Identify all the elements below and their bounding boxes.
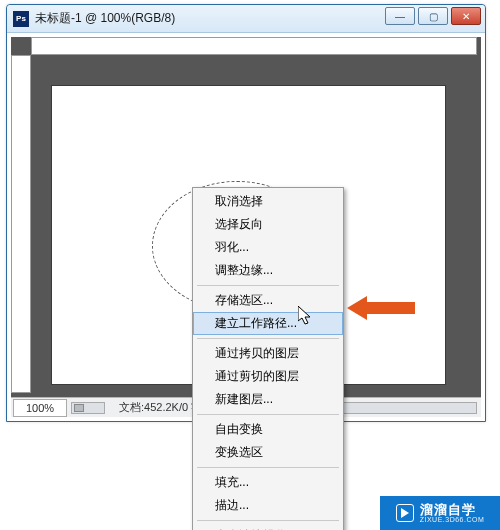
ruler-horizontal[interactable] (31, 37, 477, 55)
watermark-text: 溜溜自学 ZIXUE.3D66.COM (420, 503, 485, 523)
menu-separator (197, 520, 339, 521)
zoom-level[interactable]: 100% (13, 399, 67, 417)
menu-item[interactable]: 通过拷贝的图层 (193, 342, 343, 365)
close-button[interactable]: ✕ (451, 7, 481, 25)
menu-item[interactable]: 自由变换 (193, 418, 343, 441)
menu-item[interactable]: 羽化... (193, 236, 343, 259)
menu-separator (197, 414, 339, 415)
window-title: 未标题-1 @ 100%(RGB/8) (35, 10, 175, 27)
watermark-badge: 溜溜自学 ZIXUE.3D66.COM (380, 496, 500, 530)
menu-separator (197, 285, 339, 286)
svg-marker-1 (347, 296, 415, 320)
menu-item[interactable]: 取消选择 (193, 190, 343, 213)
menu-item[interactable]: 填充... (193, 471, 343, 494)
svg-marker-2 (401, 508, 409, 518)
watermark-cn: 溜溜自学 (420, 503, 485, 516)
menu-item[interactable]: 调整边缘... (193, 259, 343, 282)
menu-item[interactable]: 建立工作路径... (193, 312, 343, 335)
play-icon (396, 504, 414, 522)
menu-item[interactable]: 新建图层... (193, 388, 343, 411)
menu-separator (197, 467, 339, 468)
annotation-arrow-icon (347, 295, 417, 324)
menu-separator (197, 338, 339, 339)
menu-item: 上次滤镜操作 (193, 524, 343, 530)
menu-item[interactable]: 描边... (193, 494, 343, 517)
menu-item[interactable]: 选择反向 (193, 213, 343, 236)
maximize-button[interactable]: ▢ (418, 7, 448, 25)
app-icon: Ps (13, 11, 29, 27)
window-controls: — ▢ ✕ (385, 7, 481, 25)
menu-item[interactable]: 存储选区... (193, 289, 343, 312)
minimize-button[interactable]: — (385, 7, 415, 25)
context-menu[interactable]: 取消选择选择反向羽化...调整边缘...存储选区...建立工作路径...通过拷贝… (192, 187, 344, 530)
menu-item[interactable]: 变换选区 (193, 441, 343, 464)
watermark-en: ZIXUE.3D66.COM (420, 516, 485, 523)
menu-item[interactable]: 通过剪切的图层 (193, 365, 343, 388)
titlebar[interactable]: Ps 未标题-1 @ 100%(RGB/8) — ▢ ✕ (7, 5, 485, 33)
ruler-vertical[interactable] (11, 55, 31, 393)
scrollbar-small[interactable] (71, 402, 105, 414)
scrollbar-thumb[interactable] (74, 404, 84, 412)
